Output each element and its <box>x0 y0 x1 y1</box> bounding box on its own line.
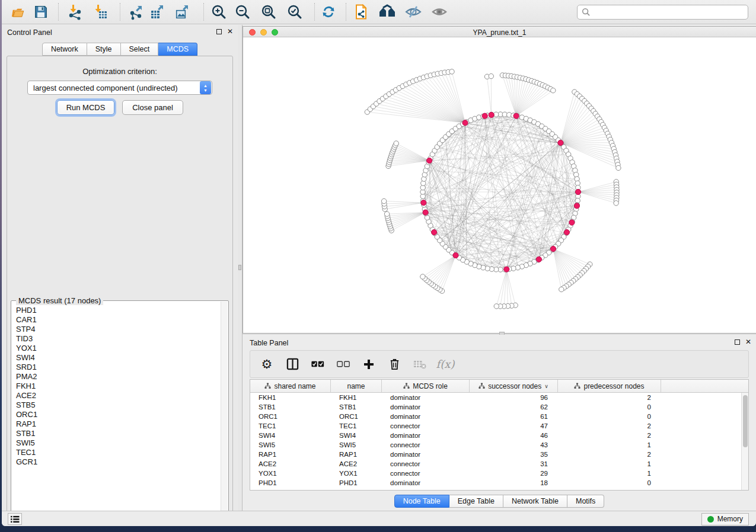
apply-layout-icon[interactable] <box>320 3 337 21</box>
table-row[interactable]: PHD1PHD1dominator180 <box>250 478 741 488</box>
mcds-result-item[interactable]: STP4 <box>12 325 220 334</box>
delete-table-icon[interactable] <box>413 358 426 371</box>
network-canvas[interactable] <box>243 38 756 333</box>
cell-name: YOX1 <box>331 470 382 477</box>
export-image-icon[interactable] <box>174 3 192 21</box>
shared-column-icon <box>403 383 410 389</box>
save-session-icon[interactable] <box>32 3 50 21</box>
close-panel-icon[interactable]: ✕ <box>227 28 233 34</box>
hide-selected-icon[interactable] <box>404 3 422 21</box>
import-table-icon[interactable] <box>91 3 109 21</box>
mcds-result-item[interactable]: CAR1 <box>12 315 220 325</box>
run-mcds-button[interactable]: Run MCDS <box>57 100 114 115</box>
close-panel-icon[interactable]: ✕ <box>745 339 751 345</box>
zoom-selected-icon[interactable] <box>286 3 304 21</box>
deselect-all-icon[interactable] <box>337 358 350 371</box>
memory-button[interactable]: Memory <box>701 513 749 525</box>
tab-motifs[interactable]: Motifs <box>567 495 604 508</box>
table-row[interactable]: STB1STB1dominator620 <box>250 402 741 412</box>
criterion-value: largest connected component (undirected) <box>28 84 200 92</box>
table-row[interactable]: FKH1FKH1dominator962 <box>250 393 741 402</box>
vertical-splitter[interactable] <box>238 25 243 511</box>
cell-name: FKH1 <box>331 394 382 401</box>
criterion-dropdown[interactable]: largest connected component (undirected)… <box>27 81 212 95</box>
cell-successor-nodes: 29 <box>470 470 558 477</box>
zoom-out-icon[interactable] <box>234 3 251 21</box>
cell-successor-nodes: 47 <box>470 422 558 430</box>
column-header-MCDS-role[interactable]: MCDS role <box>382 380 470 392</box>
mcds-result-item[interactable]: TID3 <box>12 334 220 344</box>
table-scrollbar-thumb[interactable] <box>743 395 748 447</box>
mcds-result-item[interactable]: TEC1 <box>12 448 220 457</box>
zoom-in-icon[interactable] <box>210 3 228 21</box>
table-row[interactable]: TEC1TEC1connector472 <box>250 421 741 431</box>
export-table-icon[interactable] <box>149 3 167 21</box>
mcds-result-item[interactable]: STB1 <box>12 429 220 438</box>
mcds-result-item[interactable]: ACE2 <box>12 391 220 400</box>
tab-network-table[interactable]: Network Table <box>503 495 567 508</box>
table-row[interactable]: ORC1ORC1dominator610 <box>250 412 741 421</box>
cell-successor-nodes: 96 <box>470 394 558 401</box>
new-network-from-selection-icon[interactable] <box>352 3 370 21</box>
tab-style[interactable]: Style <box>87 43 121 56</box>
export-network-icon[interactable] <box>128 3 146 21</box>
table-toolbar: ⚙ f(x) <box>250 350 749 378</box>
select-all-icon[interactable] <box>311 358 324 371</box>
tab-select[interactable]: Select <box>121 43 159 56</box>
table-scrollbar[interactable] <box>741 393 748 490</box>
mcds-result-item[interactable]: YOX1 <box>12 344 220 353</box>
tab-network[interactable]: Network <box>42 43 87 56</box>
column-header-name[interactable]: name <box>331 380 382 392</box>
splitter-grip[interactable] <box>238 265 241 270</box>
table-row[interactable]: SWI5SWI5connector431 <box>250 440 741 450</box>
cell-shared-name: ORC1 <box>250 413 331 420</box>
cell-MCDS-role: dominator <box>382 403 470 411</box>
tab-node-table[interactable]: Node Table <box>394 495 449 508</box>
first-neighbors-icon[interactable] <box>378 3 396 21</box>
search-icon <box>582 8 591 17</box>
search-field <box>577 5 748 20</box>
mcds-result-item[interactable]: GCR1 <box>12 457 220 467</box>
mcds-result-item[interactable]: ORC1 <box>12 410 220 419</box>
cell-MCDS-role: dominator <box>382 451 470 458</box>
mcds-result-item[interactable]: SRD1 <box>12 363 220 372</box>
show-columns-icon[interactable] <box>286 358 299 371</box>
table-row[interactable]: SWI4SWI4dominator462 <box>250 431 741 440</box>
float-panel-icon[interactable] <box>216 29 222 34</box>
mcds-list-scrollbar[interactable] <box>221 302 228 520</box>
search-input[interactable] <box>591 6 748 18</box>
network-graph[interactable] <box>243 38 756 334</box>
delete-column-trash-icon[interactable] <box>388 358 401 371</box>
task-history-button[interactable] <box>8 513 22 525</box>
table-settings-gear-icon[interactable]: ⚙ <box>260 358 273 371</box>
add-column-icon[interactable] <box>362 358 375 371</box>
float-panel-icon[interactable] <box>735 339 740 345</box>
table-body: FKH1FKH1dominator962STB1STB1dominator620… <box>250 393 741 490</box>
mcds-result-item[interactable]: SWI5 <box>12 438 220 448</box>
mcds-result-item[interactable]: SWI4 <box>12 353 220 363</box>
column-header-shared-name[interactable]: shared name <box>250 380 331 392</box>
open-file-icon[interactable] <box>9 3 27 21</box>
table-row[interactable]: RAP1RAP1dominator352 <box>250 450 741 459</box>
mcds-result-item[interactable]: STB5 <box>12 400 220 410</box>
mcds-result-list[interactable]: PHD1CAR1STP4TID3YOX1SWI4SRD1PMA2FKH1ACE2… <box>12 306 220 519</box>
column-header-successor-nodes[interactable]: successor nodes∨ <box>470 380 558 392</box>
status-bar: Memory <box>2 511 756 526</box>
column-header-predecessor-nodes[interactable]: predecessor nodes <box>558 380 661 392</box>
close-panel-button[interactable]: Close panel <box>122 100 183 115</box>
mcds-result-item[interactable]: RAP1 <box>12 419 220 429</box>
import-network-icon[interactable] <box>66 3 84 21</box>
zoom-fit-icon[interactable] <box>260 3 277 21</box>
mcds-result-item[interactable]: PHD1 <box>12 306 220 315</box>
network-nodes <box>365 69 621 309</box>
mcds-result-item[interactable]: FKH1 <box>12 382 220 391</box>
tab-mcds[interactable]: MCDS <box>158 43 197 56</box>
cytoscape-window: Control Panel ✕ NetworkStyleSelectMCDS O… <box>2 0 756 526</box>
tab-edge-table[interactable]: Edge Table <box>449 495 503 508</box>
mcds-result-item[interactable]: PMA2 <box>12 372 220 382</box>
show-all-icon[interactable] <box>430 3 448 21</box>
table-row[interactable]: YOX1YOX1connector291 <box>250 469 741 478</box>
memory-label: Memory <box>717 515 743 523</box>
table-row[interactable]: ACE2ACE2connector311 <box>250 459 741 469</box>
function-builder-icon[interactable]: f(x) <box>439 358 452 371</box>
